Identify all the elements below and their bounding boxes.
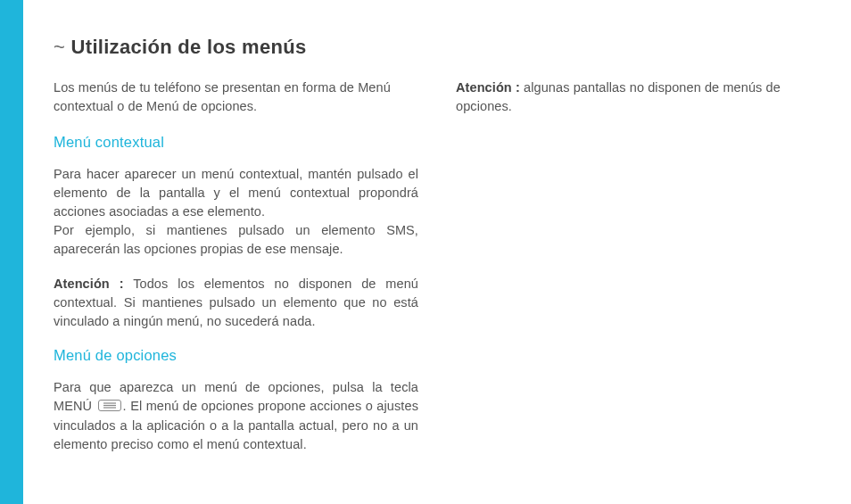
section-contextual-title: Menú contextual — [54, 134, 418, 151]
page-title: ~ Utilización de los menús — [54, 36, 821, 59]
page-content: ~ Utilización de los menús Los menús de … — [54, 36, 821, 480]
section-options-attention: Atención : algunas pantallas no disponen… — [456, 78, 821, 116]
attention-label-2: Atención : — [456, 80, 520, 95]
attention-label: Atención : — [54, 277, 124, 291]
two-column-body: Los menús de tu teléfono se presentan en… — [54, 78, 821, 480]
section-options-title: Menú de opciones — [54, 347, 418, 364]
section-contextual-p1-line2: Por ejemplo, si mantienes pulsado un ele… — [54, 223, 418, 256]
section-contextual-p1: Para hacer aparecer un menú contextual, … — [54, 165, 418, 259]
menu-key-icon — [98, 398, 121, 417]
heading-text: Utilización de los menús — [71, 36, 307, 58]
intro-paragraph: Los menús de tu teléfono se presentan en… — [54, 78, 418, 116]
heading-prefix: ~ — [54, 36, 71, 58]
section-contextual-p1-line1: Para hacer aparecer un menú contextual, … — [54, 167, 418, 219]
section-options-p1: Para que aparezca un menú de opciones, p… — [54, 378, 418, 454]
accent-sidebar — [0, 0, 23, 504]
section-contextual-attention: Atención : Todos los elementos no dispon… — [54, 275, 418, 331]
